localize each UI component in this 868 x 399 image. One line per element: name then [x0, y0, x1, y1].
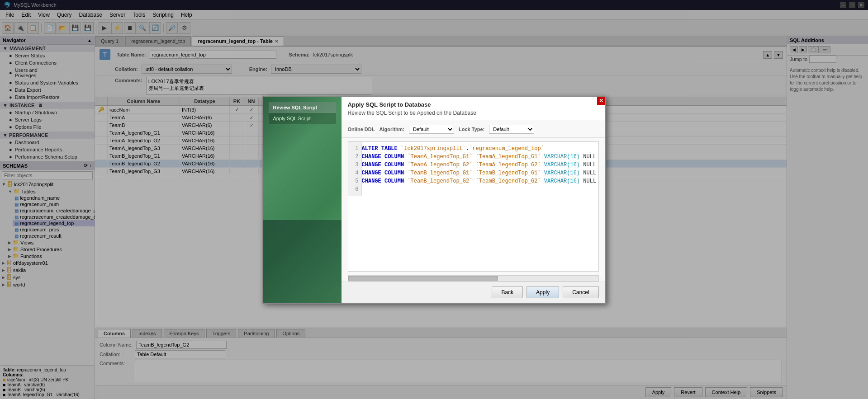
modal-back-button[interactable]: Back — [492, 286, 523, 298]
sql-code-area: 123456 ALTER TABLE `lck2017springsplit`.… — [348, 141, 599, 272]
modal-overlay: Review SQL Script Apply SQL Script Apply… — [0, 0, 868, 399]
lock-type-select[interactable]: Default — [489, 125, 534, 134]
sql-code-content[interactable]: ALTER TABLE `lck2017springsplit`.`regrac… — [348, 142, 598, 196]
algorithm-label: Algorithm: — [379, 127, 404, 132]
online-ddl-label: Online DDL — [348, 127, 375, 132]
modal-close-button[interactable]: ✕ — [597, 97, 605, 105]
modal-footer: Back Apply Cancel — [342, 282, 605, 303]
sql-line-numbers: 123456 — [348, 142, 362, 196]
modal-scrollbar[interactable] — [348, 275, 599, 282]
modal-apply-button[interactable]: Apply — [526, 286, 559, 298]
modal-subtitle: Review the SQL Script to be Applied on t… — [348, 110, 476, 116]
modal-title-bar: Apply SQL Script to Database Review the … — [342, 97, 605, 121]
modal-title-content: Apply SQL Script to Database Review the … — [348, 101, 476, 116]
algorithm-select[interactable]: Default — [409, 125, 454, 134]
modal-menu-apply[interactable]: Apply SQL Script — [269, 113, 336, 124]
modal-right-panel: Apply SQL Script to Database Review the … — [342, 97, 605, 303]
modal-left-menu: Review SQL Script Apply SQL Script — [269, 102, 336, 124]
modal-cancel-button[interactable]: Cancel — [563, 286, 598, 298]
lock-type-label: Lock Type: — [459, 127, 484, 132]
modal-main-title: Apply SQL Script to Database — [348, 101, 476, 108]
modal-left-panel: Review SQL Script Apply SQL Script — [263, 97, 342, 303]
modal-dialog: Review SQL Script Apply SQL Script Apply… — [262, 96, 606, 304]
modal-ddl-section: Online DDL Algorithm: Default Lock Type:… — [342, 121, 605, 138]
modal-menu-review[interactable]: Review SQL Script — [269, 102, 336, 113]
modal-scrollbar-thumb — [348, 276, 498, 281]
